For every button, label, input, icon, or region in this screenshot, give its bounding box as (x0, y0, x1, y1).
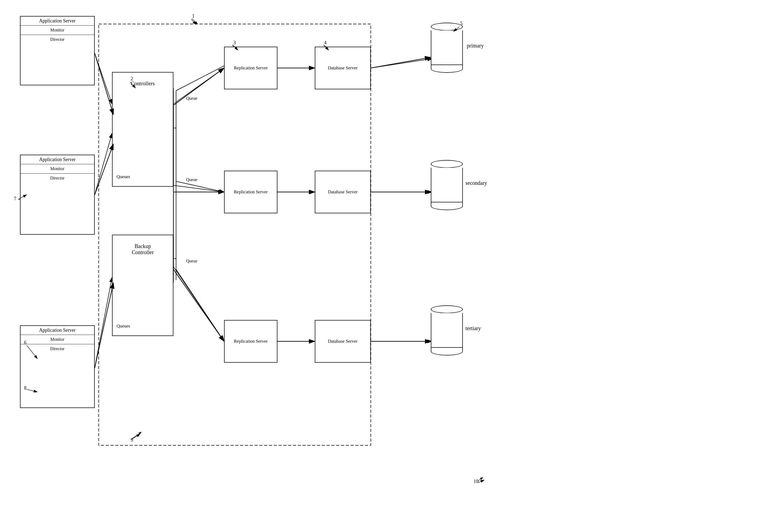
diagram: Application Server Monitor Director Appl… (0, 0, 768, 532)
ref-6: 6 (24, 340, 26, 346)
ref-9: 9 (131, 437, 133, 443)
ds2-label: Database Server (328, 189, 358, 195)
cylinder-tertiary-body (431, 313, 463, 348)
ref-1: 1 (192, 13, 194, 19)
cylinder-tertiary-bottom (431, 347, 463, 355)
svg-line-7 (173, 185, 224, 192)
svg-line-45 (371, 57, 431, 68)
svg-line-37 (95, 283, 113, 368)
cylinder-secondary-top (431, 160, 463, 168)
database-server-2: Database Server (315, 171, 371, 213)
app-server-1-monitor: Monitor (21, 26, 94, 35)
svg-line-8 (173, 267, 224, 341)
ref-8: 8 (24, 385, 26, 391)
rs2-label: Replication Server (234, 189, 268, 195)
app-server-1-director: Director (21, 35, 94, 44)
app-server-3-header: Application Server (21, 326, 94, 335)
cylinder-primary-label: primary (467, 43, 484, 49)
cylinder-tertiary: tertiary (431, 305, 463, 355)
queue-label-3: Queue (186, 259, 197, 263)
app-server-1: Application Server Monitor Director (20, 16, 95, 85)
cylinder-secondary: secondary (431, 160, 463, 210)
ref-7: 7 (14, 196, 16, 202)
app-server-2-monitor: Monitor (21, 164, 94, 174)
rs3-label: Replication Server (234, 339, 268, 344)
cylinder-primary-top (431, 23, 463, 31)
cylinder-tertiary-top (431, 305, 463, 313)
svg-line-6 (173, 68, 224, 104)
svg-line-35 (95, 53, 113, 115)
svg-line-48 (191, 19, 196, 25)
svg-line-18 (192, 19, 197, 24)
cylinder-primary: primary (431, 23, 463, 73)
controllers-queues: Queues (117, 174, 130, 179)
ref-2: 2 (131, 76, 133, 82)
svg-line-33 (176, 269, 224, 341)
svg-line-4 (95, 133, 112, 195)
svg-line-36 (95, 144, 113, 195)
ds3-label: Database Server (328, 339, 358, 344)
app-server-1-header: Application Server (21, 17, 94, 26)
svg-line-5 (95, 277, 112, 368)
app-server-2-header: Application Server (21, 155, 94, 164)
cylinder-secondary-bottom (431, 202, 463, 210)
app-server-2: Application Server Monitor Director (20, 155, 95, 235)
database-server-1: Database Server (315, 47, 371, 89)
svg-line-39 (173, 68, 224, 105)
app-server-3: Application Server Monitor Director (20, 325, 95, 408)
svg-line-26 (132, 432, 141, 439)
queue-label-2: Queue (186, 177, 197, 182)
database-server-3: Database Server (315, 320, 371, 363)
ds1-label: Database Server (328, 65, 358, 71)
queue-label-1: Queue (186, 96, 197, 101)
ref-4: 4 (324, 40, 326, 46)
replication-server-3: Replication Server (224, 320, 277, 363)
cylinder-secondary-body (431, 168, 463, 202)
ref-3: 3 (233, 40, 236, 46)
cylinder-secondary-label: secondary (466, 180, 487, 186)
svg-line-41 (173, 269, 224, 341)
replication-server-1: Replication Server (224, 47, 277, 89)
backup-queues-label: Queues (117, 323, 130, 329)
backup-controller-label: BackupController (117, 243, 169, 255)
svg-line-3 (95, 53, 112, 104)
backup-controller-box: BackupController Queues (112, 235, 173, 336)
svg-line-27 (478, 477, 483, 481)
cylinder-tertiary-label: tertiary (466, 325, 481, 331)
replication-server-2: Replication Server (224, 171, 277, 213)
controllers-label: Controllers (113, 81, 173, 87)
ref-10: 10 (474, 479, 478, 484)
svg-line-15 (371, 59, 432, 68)
app-server-3-director: Director (21, 344, 94, 353)
cylinder-primary-bottom (431, 65, 463, 73)
ref-5: 5 (460, 21, 463, 26)
app-server-2-director: Director (21, 174, 94, 183)
svg-line-32 (176, 181, 224, 192)
app-server-3-monitor: Monitor (21, 335, 94, 344)
svg-line-57 (478, 480, 484, 483)
cylinder-primary-body (431, 30, 463, 65)
controllers-box: Controllers Queues (112, 72, 173, 187)
rs1-label: Replication Server (234, 65, 268, 71)
